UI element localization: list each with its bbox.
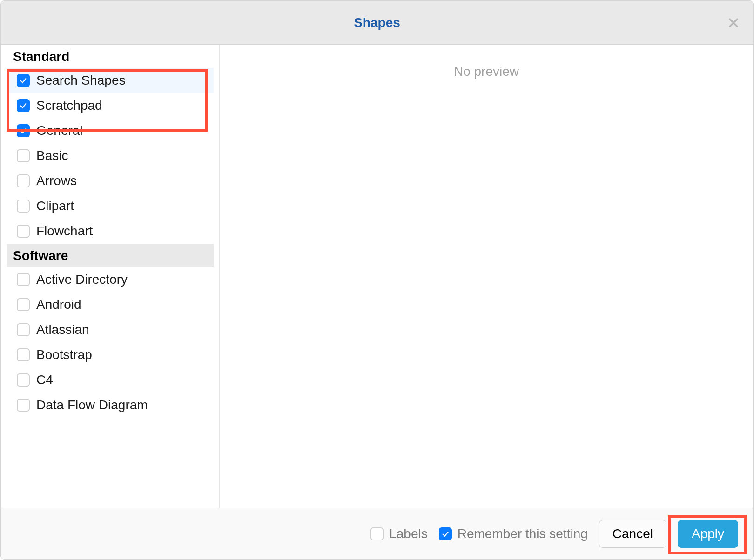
dialog-title: Shapes (354, 15, 400, 30)
remember-checkbox[interactable] (439, 527, 452, 540)
section-header: Standard (7, 45, 214, 68)
shape-checkbox[interactable] (17, 373, 30, 387)
section-header: Software (7, 244, 214, 267)
shape-item[interactable]: Basic (7, 143, 214, 168)
shapes-dialog: Shapes StandardSearch ShapesScratchpadGe… (0, 0, 754, 560)
shape-item-label: Atlassian (36, 322, 89, 337)
shape-checkbox[interactable] (17, 124, 30, 137)
shape-item-label: General (36, 123, 83, 138)
preview-placeholder: No preview (454, 64, 519, 508)
shape-checkbox[interactable] (17, 323, 30, 336)
shape-item[interactable]: Bootstrap (7, 342, 214, 367)
shape-item[interactable]: Search Shapes (7, 68, 214, 93)
shape-item-label: Basic (36, 148, 68, 163)
shape-item[interactable]: Atlassian (7, 317, 214, 342)
close-icon (728, 17, 739, 28)
cancel-button-label: Cancel (613, 527, 653, 541)
shape-item-label: Flowchart (36, 224, 93, 239)
remember-option[interactable]: Remember this setting (439, 527, 588, 541)
apply-button[interactable]: Apply (678, 520, 738, 548)
shapes-sidebar[interactable]: StandardSearch ShapesScratchpadGeneralBa… (1, 45, 220, 508)
shape-checkbox[interactable] (17, 298, 30, 311)
shape-checkbox[interactable] (17, 273, 30, 286)
shape-item-label: Data Flow Diagram (36, 398, 148, 413)
dialog-body: StandardSearch ShapesScratchpadGeneralBa… (1, 45, 753, 508)
shape-checkbox[interactable] (17, 399, 30, 412)
dialog-header: Shapes (1, 1, 753, 45)
shape-item[interactable]: Flowchart (7, 219, 214, 244)
shape-item[interactable]: General (7, 118, 214, 143)
shape-item[interactable]: Arrows (7, 168, 214, 193)
shape-item[interactable]: Android (7, 292, 214, 317)
shape-item-label: Bootstrap (36, 347, 92, 362)
labels-checkbox[interactable] (370, 527, 384, 540)
shape-checkbox[interactable] (17, 74, 30, 87)
shape-checkbox[interactable] (17, 149, 30, 162)
shape-item-label: C4 (36, 373, 53, 387)
shape-item-label: Android (36, 297, 81, 312)
shape-item[interactable]: C4 (7, 367, 214, 393)
shape-checkbox[interactable] (17, 348, 30, 361)
apply-button-label: Apply (692, 527, 724, 541)
shape-checkbox[interactable] (17, 200, 30, 213)
shape-item-label: Scratchpad (36, 98, 102, 113)
shape-item[interactable]: Active Directory (7, 267, 214, 292)
labels-option[interactable]: Labels (370, 527, 428, 541)
shape-checkbox[interactable] (17, 99, 30, 112)
shape-checkbox[interactable] (17, 225, 30, 238)
shape-item-label: Active Directory (36, 272, 128, 287)
shape-checkbox[interactable] (17, 174, 30, 187)
remember-option-label: Remember this setting (458, 527, 588, 541)
shape-item-label: Search Shapes (36, 73, 125, 88)
shape-item-label: Arrows (36, 173, 77, 188)
cancel-button[interactable]: Cancel (599, 520, 666, 548)
shape-item[interactable]: Scratchpad (7, 93, 214, 118)
shape-item[interactable]: Clipart (7, 193, 214, 219)
dialog-footer: Labels Remember this setting Cancel Appl… (1, 508, 753, 559)
shape-item-label: Clipart (36, 199, 74, 213)
shape-item[interactable]: Data Flow Diagram (7, 393, 214, 418)
labels-option-label: Labels (389, 527, 428, 541)
preview-pane: No preview (220, 45, 753, 508)
close-button[interactable] (726, 15, 741, 30)
